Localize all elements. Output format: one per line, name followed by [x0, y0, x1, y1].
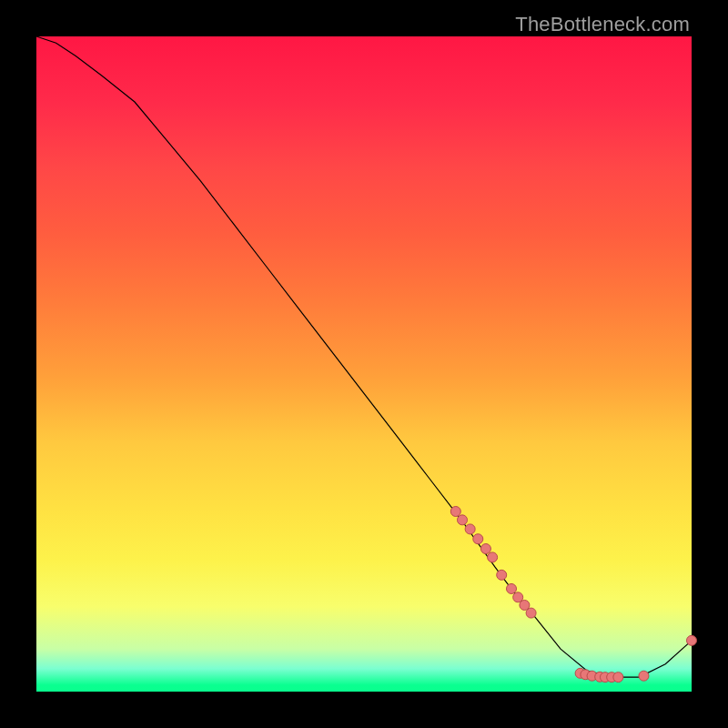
- data-point-bottom-7: [613, 672, 623, 682]
- data-point-bottom-iso: [639, 671, 649, 681]
- data-point-gap-mid-1: [497, 570, 507, 580]
- data-point-cluster-high-5: [480, 544, 490, 554]
- data-point-cluster-high-6: [488, 552, 498, 562]
- data-point-end-point: [687, 635, 697, 645]
- data-points-group: [450, 507, 696, 682]
- data-point-cluster-high-2: [458, 515, 468, 525]
- data-point-cluster-mid-1: [507, 583, 517, 593]
- chart-overlay: [36, 36, 692, 692]
- chart-stage: TheBottleneck.com: [0, 0, 728, 728]
- data-point-cluster-high-3: [465, 524, 475, 534]
- data-point-cluster-mid-4: [526, 608, 536, 618]
- data-point-cluster-high-4: [473, 534, 483, 544]
- data-point-cluster-high-1: [450, 507, 460, 517]
- watermark-text: TheBottleneck.com: [515, 13, 690, 36]
- bottleneck-curve: [36, 36, 692, 677]
